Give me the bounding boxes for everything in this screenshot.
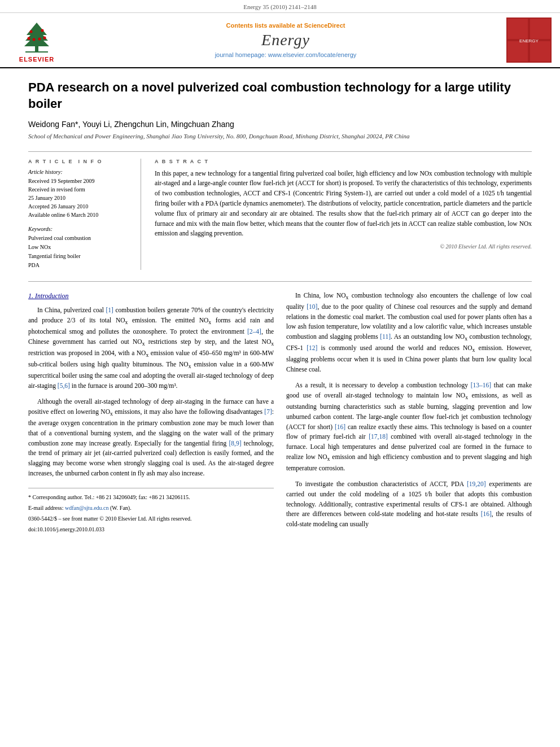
keyword-4: PDA bbox=[28, 261, 133, 270]
svg-rect-14 bbox=[508, 41, 528, 62]
ref-7: [7] bbox=[264, 408, 272, 415]
ref-8-9: [8,9] bbox=[229, 440, 241, 447]
svg-point-9 bbox=[33, 38, 36, 41]
email-address[interactable]: wdfan@sjtu.edu.cn bbox=[65, 505, 109, 511]
footer-issn: 0360-5442/$ – see front matter © 2010 El… bbox=[28, 514, 274, 523]
article-meta-section: A R T I C L E I N F O Article history: R… bbox=[28, 151, 532, 270]
sciencedirect-prefix: Contents lists available at bbox=[226, 22, 304, 29]
journal-citation: Energy 35 (2010) 2141–2148 bbox=[0, 0, 560, 13]
article-content: PDA research on a novel pulverized coal … bbox=[0, 68, 560, 553]
authors-text: Weidong Fan*, Youyi Li, Zhengchun Lin, M… bbox=[28, 120, 234, 129]
body-col-left: 1. Introduction In China, pulverized coa… bbox=[28, 291, 274, 536]
abstract-col: A B S T R A C T In this paper, a new tec… bbox=[155, 159, 532, 270]
elsevier-label: ELSEVIER bbox=[19, 56, 54, 63]
body-para-5: To investigate the combustion characteri… bbox=[286, 479, 532, 530]
copyright: © 2010 Elsevier Ltd. All rights reserved… bbox=[155, 243, 532, 250]
keyword-1: Pulverized coal combustion bbox=[28, 234, 133, 243]
ref-19-20: [19,20] bbox=[467, 480, 486, 487]
received-revised-label: Received in revised form bbox=[28, 185, 133, 194]
svg-rect-13 bbox=[530, 19, 550, 39]
svg-point-10 bbox=[38, 37, 41, 40]
sciencedirect-name[interactable]: ScienceDirect bbox=[304, 22, 345, 29]
sciencedirect-link: Contents lists available at ScienceDirec… bbox=[226, 22, 345, 29]
body-para-3: In China, low NOx combustion technology … bbox=[286, 291, 532, 375]
affiliation: School of Mechanical and Power Engineeri… bbox=[28, 132, 532, 141]
homepage-prefix: journal homepage: bbox=[215, 51, 268, 58]
journal-cover: ENERGY bbox=[504, 18, 554, 63]
svg-rect-15 bbox=[530, 41, 550, 62]
body-para-2: Although the overall air-staged technolo… bbox=[28, 397, 274, 479]
elsevier-logo: ELSEVIER bbox=[6, 18, 68, 63]
journal-center: Contents lists available at ScienceDirec… bbox=[73, 18, 498, 63]
article-info-col: A R T I C L E I N F O Article history: R… bbox=[28, 159, 141, 270]
elsevier-tree-icon bbox=[14, 18, 59, 55]
keywords-block: Keywords: Pulverized coal combustion Low… bbox=[28, 226, 133, 270]
ref-13-16: [13–16] bbox=[471, 382, 491, 388]
page: Energy 35 (2010) 2141–2148 bbox=[0, 0, 560, 747]
ref-10: [10] bbox=[307, 303, 317, 310]
body-col-right: In China, low NOx combustion technology … bbox=[286, 291, 532, 536]
body-two-col: 1. Introduction In China, pulverized coa… bbox=[28, 291, 532, 536]
ref-1: [1] bbox=[106, 307, 113, 313]
footer-doi: doi:10.1016/j.energy.2010.01.033 bbox=[28, 525, 274, 534]
body-section: 1. Introduction In China, pulverized coa… bbox=[28, 281, 532, 536]
body-para-4: As a result, it is necessary to develop … bbox=[286, 381, 532, 474]
journal-header: ELSEVIER Contents lists available at Sci… bbox=[0, 13, 560, 68]
ref-16b: [16] bbox=[335, 423, 345, 430]
ref-11: [11] bbox=[380, 333, 391, 340]
ref-16c: [16] bbox=[481, 510, 492, 517]
svg-point-8 bbox=[43, 36, 46, 39]
authors: Weidong Fan*, Youyi Li, Zhengchun Lin, M… bbox=[28, 120, 532, 129]
available-date: Available online 6 March 2010 bbox=[28, 211, 133, 219]
revised-date: 25 January 2010 bbox=[28, 194, 133, 202]
svg-rect-12 bbox=[508, 19, 528, 39]
history-label: Article history: bbox=[28, 169, 133, 175]
keyword-2: Low NOx bbox=[28, 243, 133, 252]
svg-rect-1 bbox=[25, 51, 48, 53]
svg-text:ENERGY: ENERGY bbox=[519, 38, 539, 43]
article-footer: * Corresponding author. Tel.: +86 21 342… bbox=[28, 488, 274, 534]
citation-text: Energy 35 (2010) 2141–2148 bbox=[243, 3, 317, 10]
ref-17-18: [17,18] bbox=[369, 433, 388, 440]
section1-title: 1. Introduction bbox=[28, 291, 274, 302]
cover-image-icon: ENERGY bbox=[506, 18, 552, 63]
ref-12: [12] bbox=[307, 344, 317, 351]
received-date: Received 19 September 2009 bbox=[28, 177, 133, 185]
abstract-heading: A B S T R A C T bbox=[155, 159, 532, 164]
ref-2-4: [2–4] bbox=[247, 328, 261, 335]
svg-point-7 bbox=[28, 37, 30, 40]
svg-point-6 bbox=[41, 29, 44, 32]
article-title: PDA research on a novel pulverized coal … bbox=[28, 80, 532, 112]
body-para-1: In China, pulverized coal [1] combustion… bbox=[28, 305, 274, 391]
keyword-3: Tangential firing boiler bbox=[28, 252, 133, 261]
footer-note-2: E-mail address: wdfan@sjtu.edu.cn (W. Fa… bbox=[28, 504, 274, 512]
keywords-label: Keywords: bbox=[28, 226, 133, 232]
ref-5-6: [5,6] bbox=[58, 382, 70, 389]
homepage-url[interactable]: www.elsevier.com/locate/energy bbox=[268, 51, 357, 58]
footer-note-1: * Corresponding author. Tel.: +86 21 342… bbox=[28, 493, 274, 501]
journal-title: Energy bbox=[261, 31, 310, 49]
accepted-date: Accepted 26 January 2010 bbox=[28, 202, 133, 211]
journal-homepage: journal homepage: www.elsevier.com/locat… bbox=[215, 51, 357, 58]
abstract-text: In this paper, a new technology for a ta… bbox=[155, 169, 532, 239]
svg-point-5 bbox=[30, 30, 33, 33]
article-history: Article history: Received 19 September 2… bbox=[28, 169, 133, 219]
article-info-heading: A R T I C L E I N F O bbox=[28, 159, 133, 164]
